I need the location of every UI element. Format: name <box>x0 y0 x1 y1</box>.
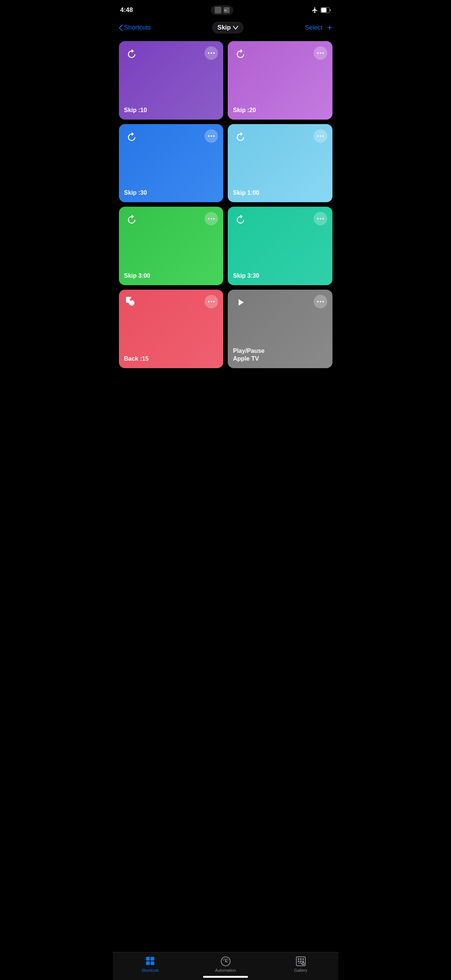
menu-dots-icon <box>317 52 324 54</box>
card-menu-button[interactable] <box>314 295 327 309</box>
status-bar: 4:48 tv <box>113 0 338 19</box>
play-icon <box>233 295 248 310</box>
back-chevron-icon <box>119 25 123 31</box>
card-top <box>233 295 327 310</box>
forward-arrow-icon <box>233 46 248 61</box>
menu-dots-icon <box>208 218 215 220</box>
card-menu-button[interactable] <box>314 129 327 143</box>
card-top <box>233 212 327 227</box>
card-menu-button[interactable] <box>204 129 218 143</box>
forward-arrow-icon <box>124 212 139 227</box>
menu-dots-icon <box>208 301 215 302</box>
nav-bar: Shortcuts Skip Select + <box>113 19 338 38</box>
shortcut-card-playpause[interactable]: Play/PauseApple TV <box>228 290 333 368</box>
content-area: Skip :10 Skip :20 <box>113 38 338 409</box>
airplane-icon <box>311 7 318 13</box>
card-top <box>233 46 327 61</box>
battery-shape <box>320 7 331 13</box>
center-icon2: tv <box>224 7 229 13</box>
menu-dots-icon <box>208 135 215 137</box>
nav-right-group: Select + <box>305 23 332 32</box>
select-button[interactable]: Select <box>305 24 322 32</box>
forward-arrow-icon <box>233 212 248 227</box>
shortcut-label: Back :15 <box>124 355 218 363</box>
shortcut-card-skip30[interactable]: Skip :30 <box>119 124 224 202</box>
shortcut-card-skip300[interactable]: Skip 3:00 <box>119 207 224 285</box>
card-menu-button[interactable] <box>314 46 327 60</box>
card-top <box>124 295 218 310</box>
shortcut-label: Play/PauseApple TV <box>233 347 327 363</box>
shortcut-card-skip100[interactable]: Skip 1:00 <box>228 124 333 202</box>
card-menu-button[interactable] <box>204 295 218 309</box>
forward-arrow-icon <box>124 46 139 61</box>
shortcut-label: Skip 1:00 <box>233 189 327 197</box>
card-top <box>124 129 218 144</box>
add-button[interactable]: + <box>327 23 332 32</box>
menu-dots-icon <box>317 135 324 137</box>
menu-dots-icon <box>317 218 324 220</box>
svg-rect-5 <box>330 9 331 11</box>
svg-rect-4 <box>321 8 327 12</box>
shortcut-label: Skip 3:00 <box>124 272 218 280</box>
dynamic-island: tv <box>211 5 233 15</box>
card-menu-button[interactable] <box>314 212 327 225</box>
center-app-icon <box>215 7 222 13</box>
shortcut-card-skip20[interactable]: Skip :20 <box>228 41 333 119</box>
chevron-down-icon <box>233 26 238 30</box>
shortcut-label: Skip 3:30 <box>233 272 327 280</box>
card-menu-button[interactable] <box>204 212 218 225</box>
card-top <box>124 46 218 61</box>
menu-dots-icon <box>208 52 215 54</box>
back-button[interactable]: Shortcuts <box>119 24 151 32</box>
svg-rect-0 <box>215 7 222 13</box>
back-arrow-icon <box>124 295 139 310</box>
battery-icon <box>320 7 331 13</box>
shortcuts-grid: Skip :10 Skip :20 <box>113 38 338 371</box>
status-icons-group <box>311 7 331 13</box>
title-text: Skip <box>217 24 231 32</box>
shortcut-card-back15[interactable]: Back :15 <box>119 290 224 368</box>
folder-title[interactable]: Skip <box>212 22 244 33</box>
menu-dots-icon <box>317 301 324 302</box>
card-menu-button[interactable] <box>204 46 218 60</box>
status-time: 4:48 <box>120 6 133 14</box>
shortcut-card-skip330[interactable]: Skip 3:30 <box>228 207 333 285</box>
shortcut-label: Skip :30 <box>124 189 218 197</box>
svg-text:tv: tv <box>225 9 226 12</box>
card-top <box>124 212 218 227</box>
shortcut-label: Skip :10 <box>124 107 218 115</box>
forward-arrow-icon <box>233 129 248 144</box>
back-label: Shortcuts <box>124 24 151 32</box>
shortcut-label: Skip :20 <box>233 107 327 115</box>
forward-arrow-icon <box>124 129 139 144</box>
card-top <box>233 129 327 144</box>
shortcut-card-skip10[interactable]: Skip :10 <box>119 41 224 119</box>
